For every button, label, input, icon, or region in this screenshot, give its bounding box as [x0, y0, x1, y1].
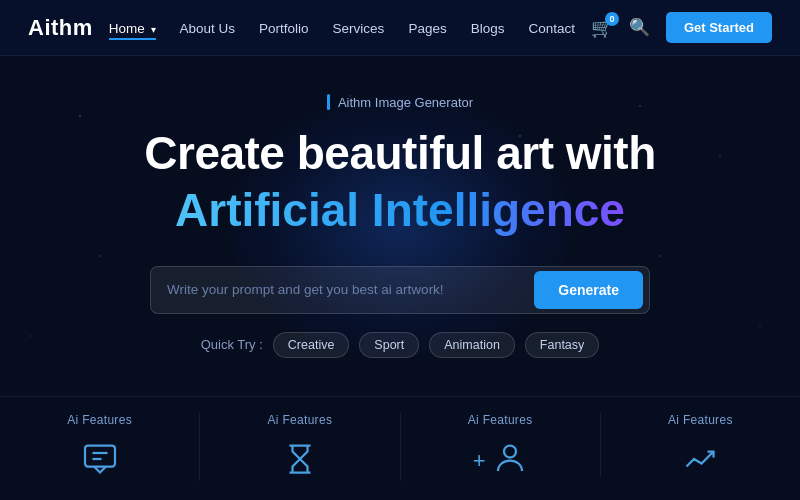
feature-col-4: Ai Features	[601, 413, 800, 481]
features-strip: Ai Features Ai Features Ai Features +	[0, 396, 800, 500]
nav-item-services[interactable]: Services	[333, 19, 385, 37]
hero-tag-text: Aithm Image Generator	[338, 95, 473, 110]
nav-link-services[interactable]: Services	[333, 21, 385, 36]
quick-tag-sport[interactable]: Sport	[359, 332, 419, 358]
nav-link-pages[interactable]: Pages	[408, 21, 446, 36]
nav-links: Home ▾ About Us Portfolio Services Pages	[109, 19, 575, 37]
nav-right: 🛒 0 🔍 Get Started	[591, 12, 772, 43]
prompt-search-bar[interactable]: Generate	[150, 266, 650, 314]
nav-item-about[interactable]: About Us	[180, 19, 236, 37]
quick-tag-animation[interactable]: Animation	[429, 332, 515, 358]
svg-rect-0	[85, 446, 115, 467]
nav-link-portfolio[interactable]: Portfolio	[259, 21, 309, 36]
hero-tag: Aithm Image Generator	[327, 94, 473, 110]
plus-icon: +	[473, 448, 486, 474]
navbar: Aithm Home ▾ About Us Portfolio Services	[0, 0, 800, 56]
hourglass-icon	[278, 437, 322, 481]
person-icon	[492, 441, 528, 477]
prompt-input[interactable]	[167, 282, 534, 297]
nav-item-blogs[interactable]: Blogs	[471, 19, 505, 37]
svg-point-3	[504, 446, 516, 458]
chat-icon	[78, 437, 122, 481]
feature-label-1: Ai Features	[67, 413, 132, 427]
quick-tag-creative[interactable]: Creative	[273, 332, 350, 358]
nav-link-about[interactable]: About Us	[180, 21, 236, 36]
get-started-button[interactable]: Get Started	[666, 12, 772, 43]
search-icon[interactable]: 🔍	[629, 17, 650, 38]
nav-link-contact[interactable]: Contact	[528, 21, 575, 36]
feature-col-1: Ai Features	[0, 413, 200, 481]
nav-link-blogs[interactable]: Blogs	[471, 21, 505, 36]
logo[interactable]: Aithm	[28, 15, 93, 41]
feature-label-2: Ai Features	[268, 413, 333, 427]
chart-icon	[678, 437, 722, 481]
nav-item-pages[interactable]: Pages	[408, 19, 446, 37]
nav-item-contact[interactable]: Contact	[528, 19, 575, 37]
hero-title-line2: Artificial Intelligence	[175, 183, 625, 238]
hero-section: Aithm Image Generator Create beautiful a…	[0, 56, 800, 396]
cart-badge: 0	[605, 12, 619, 26]
feature-label-3: Ai Features	[468, 413, 533, 427]
nav-link-home[interactable]: Home ▾	[109, 21, 156, 40]
quick-try: Quick Try : Creative Sport Animation Fan…	[201, 332, 600, 358]
nav-item-home[interactable]: Home ▾	[109, 19, 156, 37]
cart-icon[interactable]: 🛒 0	[591, 17, 613, 39]
feature-label-4: Ai Features	[668, 413, 733, 427]
nav-item-portfolio[interactable]: Portfolio	[259, 19, 309, 37]
feature-col-2: Ai Features	[200, 413, 400, 481]
tag-bar	[327, 94, 330, 110]
feature-col-3: Ai Features +	[401, 413, 601, 477]
hero-title-line1: Create beautiful art with	[144, 128, 655, 179]
quick-try-label: Quick Try :	[201, 337, 263, 352]
generate-button[interactable]: Generate	[534, 271, 643, 309]
chevron-down-icon: ▾	[151, 24, 156, 35]
quick-tag-fantasy[interactable]: Fantasy	[525, 332, 599, 358]
